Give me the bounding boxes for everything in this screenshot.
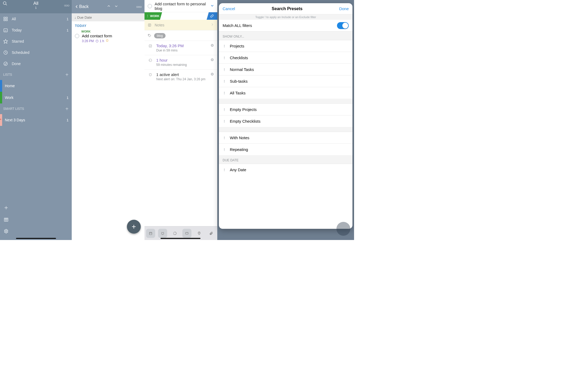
home-indicator [16,238,56,239]
svg-marker-8 [4,39,8,43]
add-smartlist-icon[interactable]: + [65,106,69,112]
preset-option[interactable]: ! Projects [219,40,352,52]
list-row[interactable]: Home [0,80,72,92]
preset-option[interactable]: ! All Tasks [219,87,352,99]
alert-row[interactable]: 1 active alert Next alert on: Thu 24 Jan… [144,69,217,84]
svg-point-53 [199,233,199,233]
svg-line-22 [106,39,106,40]
duration-row[interactable]: 1 hour 59 minutes remaining [144,55,217,69]
tag-pill[interactable]: blog [154,33,166,38]
chevron-down-icon[interactable] [210,4,214,8]
task-detail-panel: Add contact form to personal blog WORK N… [144,0,217,240]
add-list-icon[interactable]: + [65,72,69,78]
done-button[interactable]: Done [339,6,349,11]
alert-primary: 1 active alert [156,72,207,77]
gear-icon[interactable] [4,229,68,235]
label: All [12,17,16,21]
tb-alarm-icon[interactable] [158,229,167,238]
smart-today[interactable]: 24 Today 1 [0,25,72,36]
clear-icon[interactable] [210,43,214,48]
exclude-toggle-icon[interactable]: ! [224,167,225,172]
lists-header-label: LISTS [3,73,12,77]
add-icon[interactable] [4,205,68,211]
detail-checkbox[interactable] [148,4,152,8]
match-all-toggle[interactable] [337,22,349,29]
tb-repeat-icon[interactable] [170,229,179,238]
alert-secondary: Next alert on: Thu 24 Jan, 3:26 pm [156,77,207,81]
list-badge[interactable]: WORK [144,12,162,20]
preset-option[interactable]: ! With Notes [219,132,352,143]
svg-point-38 [149,74,151,76]
smart-scheduled[interactable]: Scheduled [0,47,72,58]
exclude-toggle-icon[interactable]: ! [224,44,225,48]
nav-down-icon[interactable] [114,4,118,9]
list-row[interactable]: Work 1 [0,92,72,103]
cancel-button[interactable]: Cancel [223,6,235,11]
smartlist-row[interactable]: Next 3 Days 1 [0,114,72,126]
svg-rect-3 [6,17,7,18]
preset-option[interactable]: ! Any Date [219,164,352,175]
sort-bar[interactable]: ↓ Due Date [72,13,144,21]
exclude-toggle-icon[interactable]: ! [224,119,225,123]
list-color [0,92,2,103]
duration-secondary: 59 minutes remaining [156,63,207,67]
label: Done [12,62,21,66]
due-row[interactable]: Today, 3:26 PM Due in 59 mins [144,41,217,55]
label: Scheduled [12,50,29,55]
preset-option[interactable]: ! Checklists [219,52,352,63]
exclude-toggle-icon[interactable]: ! [224,135,225,140]
smart-done[interactable]: Done [0,58,72,69]
tb-action-icon[interactable] [182,229,191,238]
clear-icon[interactable] [210,72,214,77]
svg-point-28 [148,35,149,35]
exclude-toggle-icon[interactable]: ! [224,91,225,95]
svg-line-48 [162,232,162,232]
clear-icon[interactable] [210,58,214,63]
back-button[interactable]: Back [75,4,89,9]
notes-row[interactable]: Notes [144,20,217,30]
link-badge[interactable] [207,12,217,20]
due-secondary: Due in 59 mins [156,49,207,52]
tb-location-icon[interactable] [195,229,204,238]
preset-label: Empty Projects [230,107,257,112]
preset-label: Sub-tasks [230,79,248,83]
exclude-toggle-icon[interactable]: ! [224,55,225,60]
smartlist-label: Next 3 Days [5,118,25,122]
sort-down-icon: ↓ [74,15,76,19]
nav-up-icon[interactable] [107,4,111,9]
preset-label: Repeating [230,147,248,152]
svg-rect-29 [149,45,151,47]
alarm-icon [148,72,153,77]
smart-all[interactable]: All 1 [0,13,72,25]
calendar-icon[interactable] [4,217,68,223]
preset-option[interactable]: ! Sub-tasks [219,75,352,87]
tb-attach-icon[interactable] [207,229,216,238]
add-task-fab[interactable]: + [127,220,141,234]
smart-starred[interactable]: Starred [0,36,72,47]
label: Starred [12,39,24,43]
match-all-row[interactable]: Match ALL filters [219,20,352,31]
count: 1 [67,17,69,21]
preset-option[interactable]: ! Empty Checklists [219,115,352,127]
tags-row[interactable]: blog [144,30,217,41]
task-checkbox[interactable] [75,34,79,38]
exclude-toggle-icon[interactable]: ! [224,67,225,72]
preset-option[interactable]: ! Empty Projects [219,103,352,115]
preset-label: Any Date [230,167,246,172]
duration-icon [148,58,153,62]
exclude-toggle-icon[interactable]: ! [224,107,225,112]
tb-today-icon[interactable] [146,229,155,238]
search-icon[interactable] [3,1,7,7]
list-count: 1 [67,96,69,100]
detail-title-row[interactable]: Add contact form to personal blog [144,0,217,12]
exclude-toggle-icon[interactable]: ! [224,147,225,152]
sidebar-footer [0,201,72,240]
preset-option[interactable]: ! Repeating [219,143,352,155]
preset-option[interactable]: ! Normal Tasks [219,63,352,75]
task-row[interactable]: WORK Add contact form 3:26 PM 1 h [72,29,144,46]
exclude-toggle-icon[interactable]: ! [224,79,225,83]
more-icon[interactable]: ○○○ [136,5,141,9]
more-icon[interactable]: ○○○ [64,3,69,7]
task-time: 3:26 PM [82,39,94,43]
duration-primary: 1 hour [156,58,207,62]
